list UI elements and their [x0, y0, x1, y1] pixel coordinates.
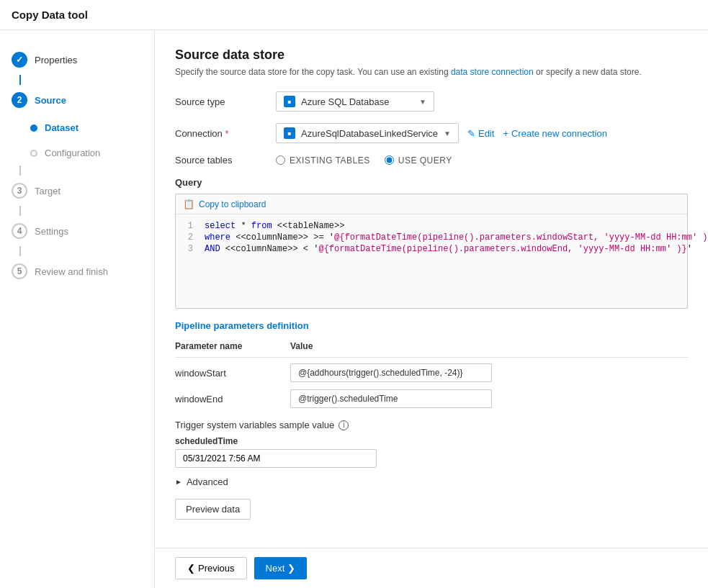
step-dot-configuration	[30, 150, 37, 157]
edit-link[interactable]: ✎ Edit	[467, 128, 494, 139]
create-connection-link[interactable]: + Create new connection	[503, 128, 607, 139]
scheduled-time-label: scheduledTime	[175, 436, 688, 446]
connector-2	[19, 166, 21, 176]
sidebar-item-properties[interactable]: ✓ Properties	[0, 45, 154, 75]
trigger-section: Trigger system variables sample value i …	[175, 420, 688, 468]
footer: ❮ Previous Next ❯	[155, 548, 708, 588]
source-type-label: Source type	[175, 96, 276, 107]
connection-icon: ■	[284, 127, 295, 139]
param-name-windowStart: windowStart	[175, 368, 290, 379]
data-store-link[interactable]: data store connection	[451, 67, 534, 77]
next-button[interactable]: Next ❯	[254, 557, 308, 579]
col-value-header: Value	[290, 341, 688, 351]
connector-1	[19, 75, 21, 85]
step-circle-settings: 4	[12, 223, 27, 239]
connection-dropdown[interactable]: ■ AzureSqlDatabaseLinkedService ▼	[276, 123, 459, 143]
trigger-label: Trigger system variables sample value i	[175, 420, 688, 430]
source-type-row: Source type ■ Azure SQL Database ▼	[175, 91, 688, 112]
radio-use-query[interactable]: USE QUERY	[385, 155, 452, 166]
page-subtitle: Specify the source data store for the co…	[175, 67, 688, 77]
query-section: Query 📋 Copy to clipboard 1 select * fro…	[175, 177, 688, 309]
sidebar-item-settings[interactable]: 4 Settings	[0, 216, 154, 246]
step-label-configuration: Configuration	[45, 148, 100, 158]
radio-use-query-label: USE QUERY	[398, 155, 452, 166]
copy-to-clipboard-btn[interactable]: Copy to clipboard	[199, 199, 266, 209]
sidebar-item-dataset[interactable]: Dataset	[0, 115, 154, 140]
connection-value: AzureSqlDatabaseLinkedService	[301, 128, 438, 139]
prev-chevron-icon: ❮	[187, 563, 195, 574]
scheduled-time-input[interactable]	[175, 449, 377, 468]
advanced-row[interactable]: ► Advanced	[175, 476, 688, 487]
source-type-dropdown[interactable]: ■ Azure SQL Database ▼	[276, 91, 434, 112]
source-tables-row: Source tables EXISTING TABLES USE QUERY	[175, 155, 688, 166]
content-area: Source data store Specify the source dat…	[155, 30, 708, 548]
param-value-windowEnd[interactable]	[290, 389, 492, 408]
step-circle-properties: ✓	[12, 52, 27, 68]
clipboard-icon: 📋	[183, 199, 194, 209]
next-label: Next	[266, 563, 285, 574]
sidebar-item-source[interactable]: 2 Source	[0, 85, 154, 115]
app-title: Copy Data tool	[12, 9, 88, 21]
sidebar-item-review[interactable]: 5 Review and finish	[0, 256, 154, 286]
page-title: Source data store	[175, 48, 688, 63]
radio-existing-input[interactable]	[276, 155, 285, 165]
param-row-windowEnd: windowEnd	[175, 389, 688, 408]
pipeline-params-title: Pipeline parameters definition	[175, 320, 688, 331]
previous-label: Previous	[198, 563, 235, 574]
radio-existing-tables[interactable]: EXISTING TABLES	[276, 155, 370, 166]
query-box: 📋 Copy to clipboard 1 select * from <<ta…	[175, 194, 688, 309]
step-label-dataset: Dataset	[45, 122, 79, 133]
connector-4	[19, 246, 21, 256]
plus-icon: +	[503, 128, 508, 139]
params-table: Parameter name Value windowStart windowE…	[175, 338, 688, 408]
code-line-3: 3 AND <<columnName>> < '@{formatDateTime…	[176, 243, 687, 255]
next-chevron-icon: ❯	[287, 563, 295, 574]
code-line-1: 1 select * from <<tableName>>	[176, 220, 687, 232]
params-header: Parameter name Value	[175, 338, 688, 358]
step-circle-source: 2	[12, 92, 27, 108]
connector-3	[19, 206, 21, 216]
connection-chevron: ▼	[444, 130, 451, 137]
step-circle-target: 3	[12, 183, 27, 199]
step-label-review: Review and finish	[35, 266, 108, 277]
query-label: Query	[175, 177, 688, 188]
step-label-settings: Settings	[35, 226, 68, 237]
info-icon[interactable]: i	[339, 420, 349, 430]
azure-sql-icon: ■	[284, 96, 295, 107]
step-circle-review: 5	[12, 263, 27, 279]
main-content: Source data store Specify the source dat…	[155, 30, 708, 588]
main-layout: ✓ Properties 2 Source Dataset Configurat…	[0, 30, 708, 588]
sidebar: ✓ Properties 2 Source Dataset Configurat…	[0, 30, 155, 588]
step-label-target: Target	[35, 186, 61, 196]
edit-label: Edit	[478, 128, 494, 139]
create-connection-label: Create new connection	[511, 128, 607, 139]
param-name-windowEnd: windowEnd	[175, 394, 290, 404]
connection-label: Connection *	[175, 128, 276, 139]
step-dot-dataset	[30, 125, 37, 132]
source-type-value: Azure SQL Database	[301, 96, 413, 107]
title-bar: Copy Data tool	[0, 0, 708, 30]
radio-use-query-input[interactable]	[385, 155, 394, 165]
connection-controls: ■ AzureSqlDatabaseLinkedService ▼ ✎ Edit…	[276, 123, 607, 143]
required-star: *	[225, 128, 228, 139]
param-row-windowStart: windowStart	[175, 363, 688, 382]
preview-data-btn[interactable]: Preview data	[175, 499, 251, 520]
source-type-chevron: ▼	[419, 98, 426, 106]
code-line-2: 2 where <<columnName>> >= '@{formatDateT…	[176, 232, 687, 243]
code-editor[interactable]: 1 select * from <<tableName>> 2 where <<…	[176, 214, 687, 261]
step-label-source: Source	[35, 95, 66, 106]
radio-existing-label: EXISTING TABLES	[290, 155, 370, 166]
edit-icon: ✎	[467, 128, 475, 139]
sidebar-item-target[interactable]: 3 Target	[0, 176, 154, 206]
step-label-properties: Properties	[35, 55, 77, 65]
col-name-header: Parameter name	[175, 341, 290, 351]
source-tables-label: Source tables	[175, 155, 276, 166]
query-toolbar: 📋 Copy to clipboard	[176, 194, 687, 214]
connection-row: Connection * ■ AzureSqlDatabaseLinkedSer…	[175, 123, 688, 143]
sidebar-item-configuration[interactable]: Configuration	[0, 140, 154, 166]
source-tables-radio-group: EXISTING TABLES USE QUERY	[276, 155, 452, 166]
param-value-windowStart[interactable]	[290, 363, 492, 382]
previous-button[interactable]: ❮ Previous	[175, 557, 247, 579]
advanced-label: Advanced	[187, 476, 228, 487]
advanced-chevron: ►	[175, 478, 182, 486]
